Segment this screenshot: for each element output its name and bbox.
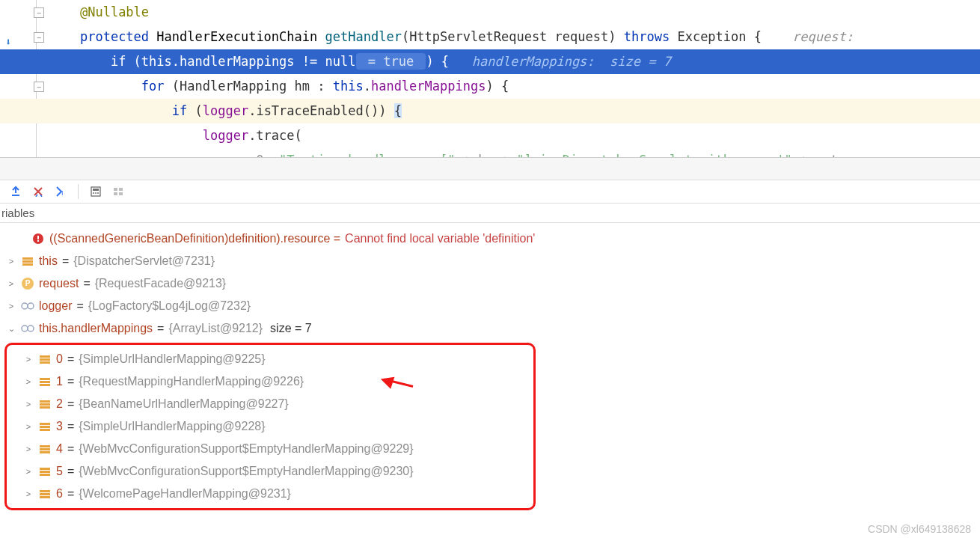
svg-rect-16: [22, 263, 33, 266]
svg-rect-23: [40, 361, 50, 364]
svg-rect-7: [114, 188, 117, 191]
collapse-icon[interactable]: ⌄: [6, 319, 16, 338]
text: (: [126, 54, 141, 69]
text: .trace(: [248, 128, 302, 143]
code-line[interactable]: logger.trace(: [0, 123, 980, 148]
svg-rect-3: [93, 189, 99, 191]
variable-name: this.handlerMappings: [39, 319, 153, 338]
equals: =: [67, 349, 74, 369]
svg-point-17: [22, 303, 28, 309]
svg-rect-10: [119, 192, 123, 195]
evaluate-expression-icon[interactable]: I: [52, 183, 69, 200]
svg-rect-35: [40, 451, 50, 453]
equals: =: [67, 394, 74, 414]
code-editor[interactable]: ⬇ − − − − − @Nullable protected HandlerE…: [0, 0, 980, 157]
code-line[interactable]: if (logger.isTraceEnabled()) {: [0, 99, 980, 123]
list-index: 0: [56, 349, 63, 369]
text: ) {: [486, 79, 509, 94]
svg-rect-26: [40, 384, 50, 386]
equals: =: [62, 251, 69, 271]
watermark: CSDN @xl649138628: [868, 523, 971, 535]
variable-row-handler-mappings[interactable]: ⌄ this.handlerMappings = {ArrayList@9212…: [3, 317, 977, 340]
list-index: 6: [56, 484, 63, 504]
inline-hint: request:: [792, 29, 854, 44]
variable-size: size = 7: [270, 319, 312, 338]
variable-type-icon: [21, 254, 34, 268]
list-item-row[interactable]: >4={WebMvcConfigurationSupport$EmptyHand…: [10, 438, 530, 460]
svg-point-4: [93, 192, 94, 194]
variable-type-icon: P: [21, 277, 34, 290]
list-item-row[interactable]: >2={BeanNameUrlHandlerMapping@9227}: [10, 393, 530, 415]
svg-rect-32: [40, 429, 50, 431]
variable-name: request: [39, 274, 79, 293]
list-item-row[interactable]: >5={WebMvcConfigurationSupport$EmptyHand…: [10, 460, 530, 483]
debug-toolbar: I: [0, 180, 980, 204]
equals: =: [67, 417, 74, 436]
list-index: 2: [56, 394, 63, 414]
list-value: {BeanNameUrlHandlerMapping@9227}: [79, 394, 288, 414]
code-line[interactable]: protected HandlerExecutionChain getHandl…: [0, 25, 980, 49]
remove-watch-icon[interactable]: [30, 183, 46, 200]
annotation: @Nullable: [80, 4, 149, 19]
watch-expression: ((ScannedGenericBeanDefinition)definitio…: [49, 229, 340, 248]
variable-row[interactable]: >this={DispatcherServlet@7231}: [3, 250, 977, 272]
list-value: {WebMvcConfigurationSupport$EmptyHandler…: [79, 462, 413, 481]
svg-rect-8: [119, 188, 123, 191]
panel-divider[interactable]: [0, 157, 980, 180]
svg-rect-2: [91, 187, 100, 196]
expand-icon[interactable]: >: [23, 439, 34, 459]
field: handlerMappings: [180, 54, 295, 69]
variable-row[interactable]: >logger={LogFactory$Log4jLog@7232}: [3, 295, 977, 317]
keyword-for: for: [141, 79, 165, 94]
variables-panel[interactable]: ((ScannedGenericBeanDefinition)definitio…: [0, 223, 980, 518]
expand-icon[interactable]: >: [23, 484, 34, 504]
object-icon: [38, 397, 52, 411]
object-icon: [38, 420, 52, 433]
object-icon: [38, 465, 52, 478]
list-item-row[interactable]: >6={WelcomePageHandlerMapping@9231}: [10, 483, 530, 505]
add-watch-icon[interactable]: [7, 183, 24, 200]
show-watches-icon[interactable]: [110, 183, 126, 200]
svg-rect-12: [37, 236, 39, 239]
expand-icon[interactable]: >: [23, 394, 34, 414]
current-execution-line[interactable]: if (this.handlerMappings != null = true …: [0, 49, 980, 74]
type: Exception: [677, 29, 746, 44]
code-line[interactable]: Q: "Testing handler map [" + hm + "] in …: [0, 148, 980, 157]
expand-icon[interactable]: >: [23, 462, 34, 481]
list-item-row[interactable]: >1={RequestMappingHandlerMapping@9226}: [10, 370, 530, 393]
equals: =: [76, 296, 83, 316]
code-line[interactable]: @Nullable: [0, 0, 980, 25]
variables-panel-title[interactable]: riables: [0, 204, 980, 223]
svg-rect-9: [114, 192, 117, 195]
field: handlerMappings: [371, 79, 486, 94]
expand-icon[interactable]: >: [23, 349, 34, 369]
keyword-this: this: [333, 79, 364, 94]
equals: =: [67, 462, 74, 481]
svg-rect-22: [40, 358, 50, 361]
code-line[interactable]: for (HandlerMapping hm : this.handlerMap…: [0, 74, 980, 99]
text: .: [172, 54, 180, 69]
list-value: {WebMvcConfigurationSupport$EmptyHandler…: [79, 439, 413, 459]
calculator-icon[interactable]: [88, 183, 104, 200]
svg-rect-24: [40, 378, 50, 380]
svg-rect-13: [37, 240, 39, 242]
keyword-protected: protected: [80, 29, 149, 44]
equals: =: [67, 372, 74, 391]
svg-rect-37: [40, 471, 50, 473]
watch-error-row[interactable]: ((ScannedGenericBeanDefinition)definitio…: [3, 227, 977, 250]
list-item-row[interactable]: >0={SimpleUrlHandlerMapping@9225}: [10, 348, 530, 370]
expand-icon[interactable]: >: [6, 274, 16, 293]
expand-icon[interactable]: >: [6, 251, 16, 271]
text: (: [187, 103, 202, 118]
svg-rect-39: [40, 490, 50, 492]
list-value: {SimpleUrlHandlerMapping@9225}: [79, 349, 265, 369]
text: + get: [792, 153, 838, 157]
string: "Testing handler map [": [279, 153, 455, 157]
variable-row[interactable]: >Prequest={RequestFacade@9213}: [3, 272, 977, 295]
type: HandlerExecutionChain: [156, 29, 317, 44]
expand-icon[interactable]: >: [6, 296, 16, 316]
list-item-row[interactable]: >3={SimpleUrlHandlerMapping@9228}: [10, 415, 530, 438]
expand-icon[interactable]: >: [23, 417, 34, 436]
expand-icon[interactable]: >: [23, 372, 34, 391]
field: logger: [203, 128, 248, 143]
